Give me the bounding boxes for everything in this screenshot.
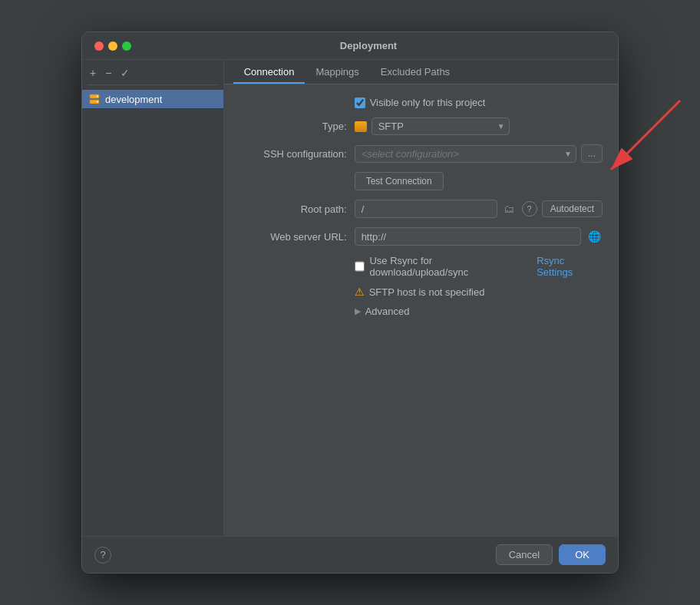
root-path-control: 🗂 ? Autodetect bbox=[355, 200, 603, 218]
ssh-config-row: SSH configuration: <select configuration… bbox=[239, 144, 603, 163]
ssh-config-label: SSH configuration: bbox=[239, 148, 347, 160]
sidebar-item-development[interactable]: development bbox=[82, 90, 223, 108]
warning-icon: ⚠ bbox=[355, 286, 365, 298]
warning-row: ⚠ SFTP host is not specified bbox=[355, 286, 603, 298]
web-server-url-input[interactable] bbox=[355, 227, 581, 246]
root-path-input-group: 🗂 bbox=[355, 200, 517, 218]
type-select-wrapper: SFTP FTP Local or mounted folder ▼ bbox=[355, 117, 510, 135]
test-connection-button[interactable]: Test Connection bbox=[355, 172, 444, 190]
sidebar: + − ✓ development bbox=[82, 60, 224, 536]
advanced-label: Advanced bbox=[365, 306, 410, 317]
rsync-row: Use Rsync for download/upload/sync Rsync… bbox=[355, 255, 603, 278]
footer-left: ? bbox=[94, 547, 111, 564]
traffic-lights bbox=[94, 41, 131, 51]
rsync-label: Use Rsync for download/upload/sync bbox=[369, 255, 532, 278]
ssh-config-control: <select configuration> ▼ ... bbox=[355, 144, 603, 163]
advanced-section[interactable]: ▶ Advanced bbox=[355, 306, 603, 317]
content-area: Visible only for this project Type: SFTP… bbox=[224, 84, 618, 536]
warning-text: SFTP host is not specified bbox=[369, 286, 485, 298]
title-bar: Deployment bbox=[82, 32, 618, 60]
ok-button[interactable]: OK bbox=[559, 544, 606, 565]
tab-connection[interactable]: Connection bbox=[233, 60, 305, 84]
remove-server-button[interactable]: − bbox=[104, 68, 113, 78]
cancel-button[interactable]: Cancel bbox=[496, 544, 553, 565]
web-url-icon: 🌐 bbox=[586, 228, 603, 245]
root-path-help-icon[interactable]: ? bbox=[522, 201, 537, 217]
help-button[interactable]: ? bbox=[94, 547, 111, 564]
test-connection-wrapper: Test Connection bbox=[239, 172, 603, 200]
web-server-url-row: Web server URL: 🌐 bbox=[239, 227, 603, 246]
tab-mappings[interactable]: Mappings bbox=[305, 60, 369, 84]
root-path-input[interactable] bbox=[355, 200, 497, 218]
svg-line-1 bbox=[611, 101, 680, 170]
type-row: Type: SFTP FTP Local or mounted folder ▼ bbox=[239, 117, 603, 135]
type-label: Type: bbox=[239, 121, 347, 132]
apply-server-button[interactable]: ✓ bbox=[119, 68, 131, 78]
tab-excluded-paths[interactable]: Excluded Paths bbox=[370, 60, 461, 84]
visible-only-row: Visible only for this project bbox=[355, 97, 603, 108]
root-path-row: Root path: 🗂 ? Autodetect bbox=[239, 200, 603, 218]
ssh-select-wrapper: <select configuration> ▼ bbox=[355, 145, 576, 163]
sftp-type-icon bbox=[355, 121, 367, 132]
tabs-bar: Connection Mappings Excluded Paths bbox=[224, 60, 618, 84]
type-select[interactable]: SFTP FTP Local or mounted folder bbox=[371, 117, 510, 135]
svg-point-4 bbox=[97, 96, 98, 98]
sidebar-item-label: development bbox=[105, 94, 162, 105]
rsync-settings-link[interactable]: Rsync Settings bbox=[537, 255, 603, 278]
minimize-window-button[interactable] bbox=[108, 41, 117, 51]
dialog-body: + − ✓ development bbox=[82, 60, 618, 536]
visible-only-checkbox[interactable] bbox=[355, 98, 365, 108]
ssh-config-select[interactable]: <select configuration> bbox=[355, 145, 576, 163]
type-control: SFTP FTP Local or mounted folder ▼ bbox=[355, 117, 603, 135]
main-content: Connection Mappings Excluded Paths Visib… bbox=[224, 60, 618, 536]
web-server-url-label: Web server URL: bbox=[239, 231, 347, 243]
rsync-checkbox[interactable] bbox=[355, 261, 365, 272]
autodetect-button[interactable]: Autodetect bbox=[542, 200, 603, 217]
sidebar-separator bbox=[88, 84, 217, 85]
sidebar-toolbar: + − ✓ bbox=[82, 64, 223, 84]
maximize-window-button[interactable] bbox=[122, 41, 131, 51]
folder-browse-button[interactable]: 🗂 bbox=[500, 203, 517, 215]
dialog-title: Deployment bbox=[131, 40, 606, 51]
advanced-collapse-arrow-icon: ▶ bbox=[355, 306, 361, 316]
footer-right: Cancel OK bbox=[496, 544, 606, 565]
visible-only-label: Visible only for this project bbox=[370, 97, 486, 108]
web-server-url-control: 🌐 bbox=[355, 227, 603, 246]
add-server-button[interactable]: + bbox=[88, 68, 97, 78]
dialog-footer: ? Cancel OK bbox=[82, 536, 618, 573]
server-icon bbox=[88, 93, 101, 105]
svg-point-5 bbox=[97, 101, 98, 103]
root-path-label: Root path: bbox=[239, 203, 347, 215]
ssh-config-dots-button[interactable]: ... bbox=[581, 144, 603, 163]
close-window-button[interactable] bbox=[94, 41, 104, 51]
